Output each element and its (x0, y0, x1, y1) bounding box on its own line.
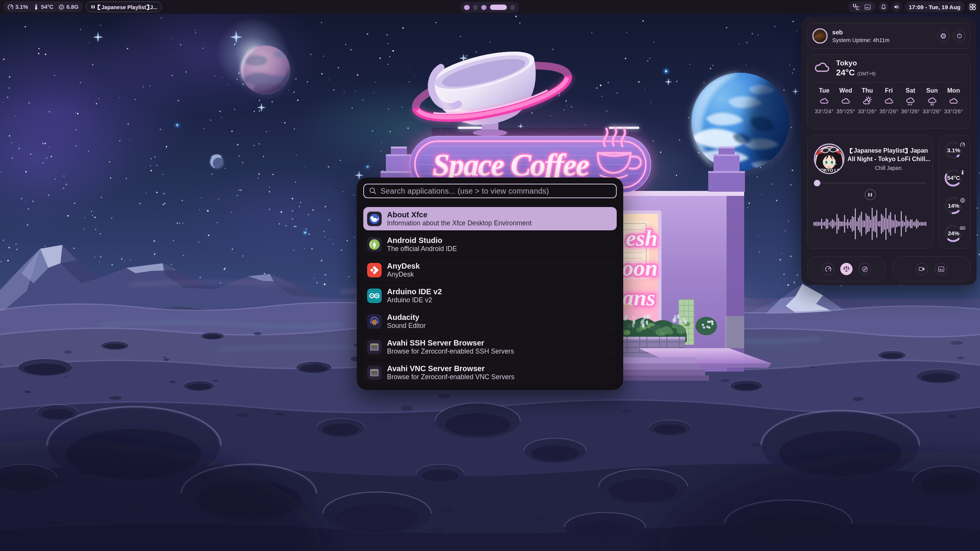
svg-text:Space Coffee: Space Coffee (433, 148, 589, 182)
svg-text:esh: esh (626, 225, 658, 251)
svg-text:TOKYO LO: TOKYO LO (818, 168, 840, 173)
svg-text:oon: oon (622, 255, 658, 280)
